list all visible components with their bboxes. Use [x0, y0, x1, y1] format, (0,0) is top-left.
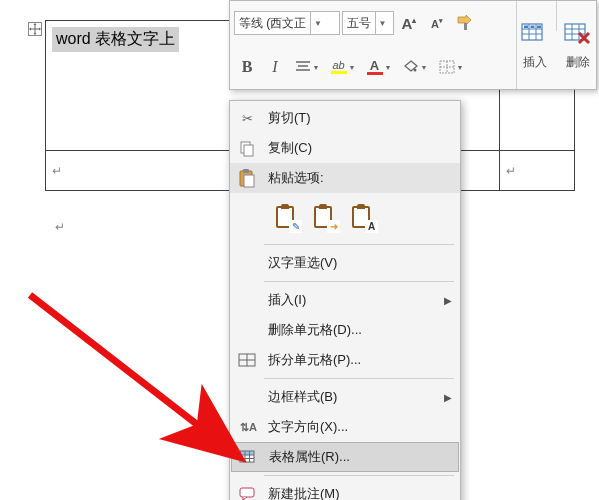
menu-insert[interactable]: 插入(I) ▶: [230, 285, 460, 315]
shrink-font-button[interactable]: A▾: [424, 10, 450, 36]
borders-button[interactable]: ▼: [434, 54, 468, 80]
paste-icon: [236, 167, 258, 189]
svg-text:⇅A: ⇅A: [240, 421, 257, 433]
table-properties-icon: [237, 446, 259, 468]
paste-text-only-button[interactable]: A: [346, 202, 376, 232]
text-badge-icon: A: [365, 220, 378, 233]
cell-text-selected[interactable]: word 表格文字上: [52, 27, 179, 52]
menu-copy[interactable]: 复制(C): [230, 133, 460, 163]
blank-icon: [236, 252, 258, 274]
menu-label: 文字方向(X)...: [268, 418, 452, 436]
mini-toolbar: 等线 (西文正 ▼ 五号 ▼ A▴ A▾ B I ▼ ab ▼ A ▼ ▼: [229, 0, 597, 90]
submenu-arrow-icon: ▶: [444, 392, 452, 403]
svg-rect-24: [243, 169, 249, 173]
blank-icon: [236, 386, 258, 408]
menu-separator: [264, 244, 454, 245]
paragraph-mark: ↵: [55, 220, 65, 234]
arrow-badge-icon: ➜: [327, 220, 340, 233]
menu-paste-options-header: 粘贴选项:: [230, 163, 460, 193]
highlight-button[interactable]: ab ▼: [326, 54, 360, 80]
font-name-combo[interactable]: 等线 (西文正 ▼: [234, 11, 340, 35]
bold-button[interactable]: B: [234, 54, 260, 80]
menu-delete-cells[interactable]: 删除单元格(D)...: [230, 315, 460, 345]
menu-label: 剪切(T): [268, 109, 452, 127]
font-size-value: 五号: [343, 15, 375, 32]
paste-merge-button[interactable]: ➜: [308, 202, 338, 232]
svg-rect-25: [244, 175, 254, 187]
svg-point-4: [413, 69, 416, 72]
copy-icon: [236, 137, 258, 159]
svg-rect-22: [244, 145, 253, 156]
table-move-handle[interactable]: [28, 22, 42, 36]
paragraph-mark: ↵: [52, 164, 62, 178]
menu-label: 边框样式(B): [268, 388, 434, 406]
menu-hanzi-reselect[interactable]: 汉字重选(V): [230, 248, 460, 278]
italic-button[interactable]: I: [262, 54, 288, 80]
svg-line-37: [30, 295, 230, 450]
menu-cut[interactable]: ✂ 剪切(T): [230, 103, 460, 133]
paste-keep-source-button[interactable]: ✎: [270, 202, 300, 232]
menu-separator: [264, 378, 454, 379]
menu-separator: [264, 475, 454, 476]
format-painter-button[interactable]: [452, 10, 478, 36]
svg-rect-36: [240, 488, 254, 497]
menu-label: 粘贴选项:: [268, 169, 452, 187]
shading-button[interactable]: ▼: [398, 54, 432, 80]
blank-icon: [236, 319, 258, 341]
menu-separator: [264, 281, 454, 282]
split-cells-icon: [236, 349, 258, 371]
text-direction-icon: ⇅A: [236, 416, 258, 438]
brush-badge-icon: ✎: [289, 220, 302, 233]
delete-group-button[interactable]: 删除: [560, 1, 596, 85]
font-color-button[interactable]: A ▼: [362, 54, 396, 80]
scissors-icon: ✂: [236, 107, 258, 129]
chevron-down-icon[interactable]: ▼: [375, 12, 389, 34]
comment-icon: [236, 483, 258, 500]
table-cell[interactable]: ↵: [500, 151, 575, 191]
svg-rect-13: [524, 25, 528, 28]
grow-font-button[interactable]: A▴: [396, 10, 422, 36]
context-menu: ✂ 剪切(T) 复制(C) 粘贴选项: ✎ ➜ A 汉字重选(V) 插入(I) …: [229, 100, 461, 500]
menu-label: 拆分单元格(P)...: [268, 351, 452, 369]
menu-split-cells[interactable]: 拆分单元格(P)...: [230, 345, 460, 375]
svg-rect-35: [240, 451, 254, 455]
insert-table-icon: [521, 16, 549, 54]
menu-border-styles[interactable]: 边框样式(B) ▶: [230, 382, 460, 412]
font-size-combo[interactable]: 五号 ▼: [342, 11, 394, 35]
insert-label: 插入: [523, 54, 547, 71]
align-button[interactable]: ▼: [290, 54, 324, 80]
svg-rect-0: [464, 23, 467, 30]
menu-label: 删除单元格(D)...: [268, 321, 452, 339]
menu-label: 表格属性(R)...: [269, 448, 451, 466]
chevron-down-icon[interactable]: ▼: [310, 12, 324, 34]
menu-label: 复制(C): [268, 139, 452, 157]
delete-table-icon: [564, 16, 592, 54]
paste-options-row: ✎ ➜ A: [230, 193, 460, 241]
menu-label: 插入(I): [268, 291, 434, 309]
menu-text-direction[interactable]: ⇅A 文字方向(X)...: [230, 412, 460, 442]
blank-icon: [236, 289, 258, 311]
menu-new-comment[interactable]: 新建批注(M): [230, 479, 460, 500]
submenu-arrow-icon: ▶: [444, 295, 452, 306]
svg-rect-14: [531, 25, 535, 28]
menu-label: 汉字重选(V): [268, 254, 452, 272]
delete-label: 删除: [566, 54, 590, 71]
paragraph-mark: ↵: [506, 164, 516, 178]
menu-label: 新建批注(M): [268, 485, 452, 500]
font-name-value: 等线 (西文正: [235, 15, 310, 32]
insert-group-button[interactable]: 插入: [517, 1, 553, 85]
menu-table-properties[interactable]: 表格属性(R)...: [231, 442, 459, 472]
svg-rect-15: [537, 25, 541, 28]
